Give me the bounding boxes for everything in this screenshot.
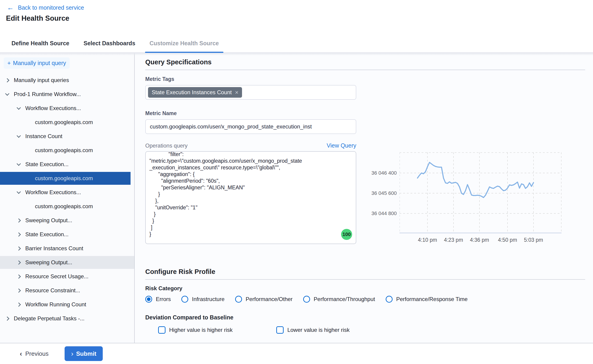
- sidebar-item-label: Resource Constraint...: [25, 287, 80, 294]
- metric-tags-input[interactable]: State Execution Instances Count ×: [145, 85, 356, 100]
- submit-button[interactable]: › Submit: [65, 346, 103, 361]
- sidebar-item-resource-constraint[interactable]: Resource Constraint...: [0, 284, 130, 297]
- tab-select-dashboards[interactable]: Select Dashboards: [79, 34, 140, 52]
- chevron-left-icon: ‹: [20, 351, 22, 357]
- metric-name-label: Metric Name: [145, 110, 585, 117]
- sidebar-item-label: Sweeping Output...: [25, 217, 72, 224]
- sidebar-item-label: Barrier Instances Count: [25, 245, 83, 252]
- sidebar-item-custom-googleapis-com[interactable]: custom.googleapis.com: [0, 116, 130, 129]
- checkbox-icon: [276, 326, 284, 334]
- chart-x-axis-labels: 4:10 pm4:23 pm4:36 pm4:50 pm5:03 pm: [399, 233, 561, 243]
- checkbox-icon: [158, 326, 165, 334]
- chevron-right-icon: [17, 246, 21, 250]
- radio-icon: [181, 296, 188, 303]
- add-manual-query-button[interactable]: + Manually input query: [4, 58, 70, 69]
- operations-query-textarea[interactable]: "filter": "metric.type=\"custom.googleap…: [145, 151, 356, 244]
- remove-tag-icon[interactable]: ×: [235, 89, 238, 96]
- operations-query-label: Operations query: [145, 143, 188, 149]
- sidebar-item-custom-googleapis-com[interactable]: custom.googleapis.com: [0, 144, 130, 157]
- radio-label: Performance/Throughput: [314, 296, 375, 302]
- metric-name-value: custom.googleapis.com/user/x_mongo_prod_…: [150, 124, 312, 130]
- tab-customize-health-source[interactable]: Customize Health Source: [145, 34, 223, 52]
- y-axis-tick-label: 36 045 600: [371, 190, 397, 196]
- metrics-tree: Manually input queriesProd-1 Runtime Wor…: [0, 74, 134, 325]
- chevron-right-icon: [5, 316, 9, 321]
- sidebar-item-instance-count[interactable]: Instance Count: [0, 130, 130, 143]
- records-count-badge: 100: [341, 229, 352, 240]
- sidebar-item-workflow-running-count[interactable]: Workflow Running Count: [0, 298, 130, 311]
- chevron-down-icon: [17, 134, 21, 138]
- radio-label: Errors: [156, 296, 171, 302]
- metric-name-input[interactable]: custom.googleapis.com/user/x_mongo_prod_…: [145, 119, 356, 134]
- risk-radio-performance-other[interactable]: Performance/Other: [235, 296, 293, 303]
- deviation-baseline-label: Deviation Compared to Baseline: [145, 314, 585, 321]
- back-link-label: Back to monitored service: [18, 4, 84, 11]
- checkbox-higher-value-is-higher-risk[interactable]: Higher value is higher risk: [158, 326, 233, 334]
- metric-tag-chip: State Execution Instances Count ×: [148, 87, 242, 98]
- page-title: Edit Health Source: [6, 14, 69, 23]
- radio-icon: [303, 296, 310, 303]
- view-query-link[interactable]: View Query: [327, 142, 356, 149]
- chevron-right-icon: [17, 232, 21, 236]
- sidebar-item-label: State Execution...: [25, 231, 68, 238]
- sidebar-item-label: custom.googleapis.com: [35, 175, 93, 182]
- operations-query-text: "filter": "metric.type=\"custom.googleap…: [150, 151, 352, 238]
- line-chart-svg: [399, 152, 561, 233]
- sidebar-item-workflow-executions[interactable]: Workflow Executions...: [0, 102, 130, 115]
- risk-radio-errors[interactable]: Errors: [145, 296, 171, 303]
- sidebar-item-label: Sweeping Output...: [25, 259, 72, 266]
- risk-category-label: Risk Category: [145, 285, 585, 292]
- sidebar-item-custom-googleapis-com[interactable]: custom.googleapis.com: [0, 172, 130, 185]
- risk-radio-performance-throughput[interactable]: Performance/Throughput: [303, 296, 375, 303]
- chevron-right-icon: [17, 260, 21, 265]
- sidebar-item-sweeping-output[interactable]: Sweeping Output...: [0, 256, 134, 269]
- y-axis-tick-label: 36 046 400: [371, 170, 397, 176]
- sidebar-item-prod-1-runtime-workflow[interactable]: Prod-1 Runtime Workflow...: [0, 88, 130, 101]
- sidebar-item-resource-secret-usage[interactable]: Resource Secret Usage...: [0, 270, 130, 283]
- sidebar-item-label: Workflow Running Count: [25, 301, 86, 308]
- metrics-tree-sidebar: + Manually input query Manually input qu…: [0, 53, 135, 343]
- main-panel: Query Specifications Metric Tags State E…: [135, 53, 593, 343]
- query-specifications-heading: Query Specifications: [145, 58, 585, 66]
- chevron-right-icon: [17, 218, 21, 222]
- chart-y-axis-labels: 36 046 40036 045 60036 044 800: [365, 152, 399, 233]
- tab-define-health-source[interactable]: Define Health Source: [7, 34, 74, 52]
- risk-category-radio-group: ErrorsInfrastructurePerformance/OtherPer…: [145, 296, 585, 303]
- sidebar-item-sweeping-output[interactable]: Sweeping Output...: [0, 214, 130, 227]
- sidebar-item-workflow-executions[interactable]: Workflow Executions...: [0, 186, 130, 199]
- back-arrow-icon: ←: [7, 4, 14, 11]
- back-to-monitored-service-link[interactable]: ← Back to monitored service: [7, 4, 84, 11]
- sidebar-item-label: custom.googleapis.com: [35, 203, 93, 210]
- plus-icon: +: [7, 60, 11, 66]
- radio-label: Infrastructure: [192, 296, 224, 302]
- sidebar-item-label: custom.googleapis.com: [35, 147, 93, 154]
- sidebar-item-manually-input-queries[interactable]: Manually input queries: [0, 74, 130, 87]
- metric-tag-chip-label: State Execution Instances Count: [152, 89, 232, 96]
- x-axis-tick-label: 4:36 pm: [463, 237, 495, 243]
- radio-icon: [386, 296, 393, 303]
- sidebar-item-label: Delegate Perpetual Tasks -...: [14, 315, 85, 322]
- sidebar-item-custom-googleapis-com[interactable]: custom.googleapis.com: [0, 200, 130, 213]
- sidebar-item-state-execution[interactable]: State Execution...: [0, 228, 130, 241]
- chevron-down-icon: [17, 162, 21, 166]
- radio-icon: [235, 296, 242, 303]
- y-axis-tick-label: 36 044 800: [371, 210, 397, 216]
- page-header: ← Back to monitored service Edit Health …: [0, 0, 593, 34]
- deviation-checkbox-group: Higher value is higher riskLower value i…: [145, 326, 585, 334]
- sidebar-item-state-execution[interactable]: State Execution...: [0, 158, 130, 171]
- section-divider: [145, 279, 585, 280]
- sidebar-item-label: State Execution...: [25, 161, 68, 168]
- metric-tags-label: Metric Tags: [145, 76, 585, 82]
- chart-plot-area: [399, 152, 561, 233]
- sidebar-item-label: Workflow Executions...: [25, 189, 81, 195]
- sidebar-item-delegate-perpetual-tasks[interactable]: Delegate Perpetual Tasks -...: [0, 312, 130, 325]
- content-area: + Manually input query Manually input qu…: [0, 53, 593, 343]
- previous-button[interactable]: ‹ Previous: [20, 350, 48, 357]
- sidebar-item-barrier-instances-count[interactable]: Barrier Instances Count: [0, 242, 130, 255]
- checkbox-lower-value-is-higher-risk[interactable]: Lower value is higher risk: [276, 326, 350, 334]
- chevron-right-icon: [5, 78, 9, 82]
- risk-radio-infrastructure[interactable]: Infrastructure: [181, 296, 224, 303]
- sidebar-item-label: custom.googleapis.com: [35, 119, 93, 125]
- checkbox-label: Higher value is higher risk: [169, 327, 233, 333]
- risk-radio-performance-response-time[interactable]: Performance/Response Time: [386, 296, 468, 303]
